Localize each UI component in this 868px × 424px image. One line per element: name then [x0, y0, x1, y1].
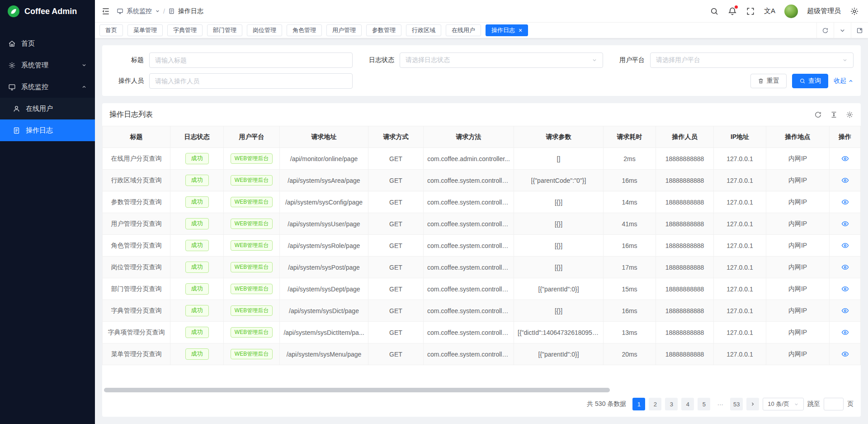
- eye-icon[interactable]: [841, 285, 849, 293]
- cell-actions: [830, 148, 861, 170]
- search-button[interactable]: 查询: [792, 74, 828, 88]
- column-header-11: 操作: [830, 126, 861, 148]
- status-badge: 成功: [185, 348, 209, 360]
- cell: 角色管理分页查询: [103, 235, 170, 257]
- next-page-button[interactable]: [746, 398, 759, 410]
- cell: com.coffee.system.controlle...: [424, 170, 514, 191]
- horizontal-scrollbar-thumb[interactable]: [104, 388, 610, 392]
- cell: 127.0.0.1: [714, 148, 766, 170]
- status-select-placeholder: 请选择日志状态: [406, 56, 592, 64]
- tab-6[interactable]: 用户管理: [326, 24, 362, 36]
- log-icon: [13, 127, 20, 134]
- eye-icon[interactable]: [841, 198, 849, 206]
- column-height-icon[interactable]: [830, 111, 838, 119]
- eye-icon[interactable]: [841, 242, 849, 249]
- tab-5[interactable]: 角色管理: [287, 24, 322, 36]
- gear-icon[interactable]: [846, 111, 854, 119]
- page-button-1[interactable]: 1: [632, 398, 645, 410]
- tab-8[interactable]: 行政区域: [406, 24, 441, 36]
- platform-badge: WEB管理后台: [231, 349, 273, 360]
- cell: 内网IP: [766, 257, 830, 278]
- cell: /api/system/sysRole/page: [280, 235, 368, 257]
- status-badge: 成功: [185, 218, 209, 229]
- platform-select[interactable]: 请选择用户平台: [650, 52, 854, 68]
- menu-fold-icon[interactable]: [101, 7, 110, 16]
- reset-button[interactable]: 重置: [750, 74, 787, 88]
- cell-platform: WEB管理后台: [224, 278, 280, 300]
- page-button-53[interactable]: 53: [730, 398, 743, 410]
- tab-0[interactable]: 首页: [99, 24, 123, 36]
- page-button-4[interactable]: 4: [681, 398, 694, 410]
- eye-icon[interactable]: [841, 329, 849, 336]
- eye-icon[interactable]: [841, 155, 849, 162]
- cell: com.coffee.system.controlle...: [424, 322, 514, 343]
- cell-actions: [830, 257, 861, 278]
- table-header-row: 标题日志状态用户平台请求地址请求方式请求方法请求参数请求耗时操作人员IP地址操作…: [103, 126, 861, 148]
- operator-input[interactable]: [155, 77, 347, 85]
- tab-close-icon[interactable]: ×: [519, 27, 522, 33]
- page-ellipsis[interactable]: ···: [714, 398, 726, 410]
- page-button-2[interactable]: 2: [649, 398, 661, 410]
- filter-panel: 标题 日志状态 请选择日志状态 用户平台: [102, 45, 861, 96]
- expand-icon[interactable]: [851, 23, 868, 38]
- cell: 字典管理分页查询: [103, 300, 170, 322]
- jump-page-input[interactable]: [824, 398, 844, 410]
- search-icon[interactable]: [710, 7, 719, 16]
- tab-bar: 首页菜单管理字典管理部门管理岗位管理角色管理用户管理参数管理行政区域在线用户操作…: [95, 23, 868, 38]
- breadcrumb-parent[interactable]: 系统监控: [127, 7, 152, 15]
- sidebar-item-system-management[interactable]: 系统管理: [0, 54, 95, 76]
- tab-3[interactable]: 部门管理: [207, 24, 242, 36]
- collapse-button[interactable]: 收起: [834, 77, 854, 85]
- tab-10[interactable]: 操作日志×: [486, 24, 528, 36]
- cell: 内网IP: [766, 322, 830, 343]
- eye-icon[interactable]: [841, 176, 849, 184]
- chevron-down-icon[interactable]: [834, 23, 851, 38]
- avatar[interactable]: [784, 5, 798, 18]
- cell: 18888888888: [656, 343, 714, 365]
- tab-list: 首页菜单管理字典管理部门管理岗位管理角色管理用户管理参数管理行政区域在线用户操作…: [99, 24, 813, 36]
- eye-icon[interactable]: [841, 307, 849, 314]
- cell: com.coffee.admin.controller...: [424, 148, 514, 170]
- tab-4[interactable]: 岗位管理: [247, 24, 282, 36]
- cell-actions: [830, 278, 861, 300]
- sidebar-item-online-users[interactable]: 在线用户: [0, 98, 95, 119]
- main-area: 系统监控 / 操作日志 文A 超级管理员: [95, 0, 868, 424]
- cell: /api/system/sysConfig/page: [280, 191, 368, 213]
- tab-7[interactable]: 参数管理: [366, 24, 401, 36]
- sidebar-item-home[interactable]: 首页: [0, 33, 95, 54]
- breadcrumb: 系统监控 / 操作日志: [117, 7, 203, 15]
- table-row: 在线用户分页查询成功WEB管理后台/api/monitor/online/pag…: [103, 148, 861, 170]
- cell: 内网IP: [766, 148, 830, 170]
- horizontal-scrollbar: [104, 388, 859, 392]
- translate-icon[interactable]: 文A: [764, 7, 775, 15]
- fullscreen-icon[interactable]: [746, 7, 755, 16]
- tab-9[interactable]: 在线用户: [446, 24, 481, 36]
- cell: [{"parentId":0}]: [514, 343, 604, 365]
- status-select[interactable]: 请选择日志状态: [400, 52, 603, 68]
- eye-icon[interactable]: [841, 220, 849, 228]
- bell-icon[interactable]: [728, 7, 737, 16]
- page-button-5[interactable]: 5: [698, 398, 710, 410]
- sidebar-item-system-monitor[interactable]: 系统监控: [0, 76, 95, 98]
- refresh-icon[interactable]: [814, 111, 822, 119]
- cell: 18888888888: [656, 148, 714, 170]
- tab-bar-actions: [816, 23, 868, 38]
- title-input[interactable]: [155, 57, 347, 64]
- cell: 41ms: [604, 213, 656, 235]
- tab-1[interactable]: 菜单管理: [127, 24, 163, 36]
- eye-icon[interactable]: [841, 350, 849, 358]
- page-button-3[interactable]: 3: [665, 398, 678, 410]
- gear-icon[interactable]: [850, 7, 859, 16]
- page-size-select[interactable]: 10 条/页: [763, 398, 804, 410]
- reset-button-label: 重置: [767, 77, 779, 85]
- sidebar-item-operation-log[interactable]: 操作日志: [0, 119, 95, 141]
- sidebar-item-label: 在线用户: [26, 105, 53, 113]
- cell: []: [514, 148, 604, 170]
- cell-platform: WEB管理后台: [224, 322, 280, 343]
- refresh-icon[interactable]: [816, 23, 834, 38]
- eye-icon[interactable]: [841, 263, 849, 271]
- filter-actions: 重置 查询 收起: [360, 73, 854, 89]
- tab-2[interactable]: 字典管理: [167, 24, 203, 36]
- cell-actions: [830, 322, 861, 343]
- user-name[interactable]: 超级管理员: [807, 7, 841, 15]
